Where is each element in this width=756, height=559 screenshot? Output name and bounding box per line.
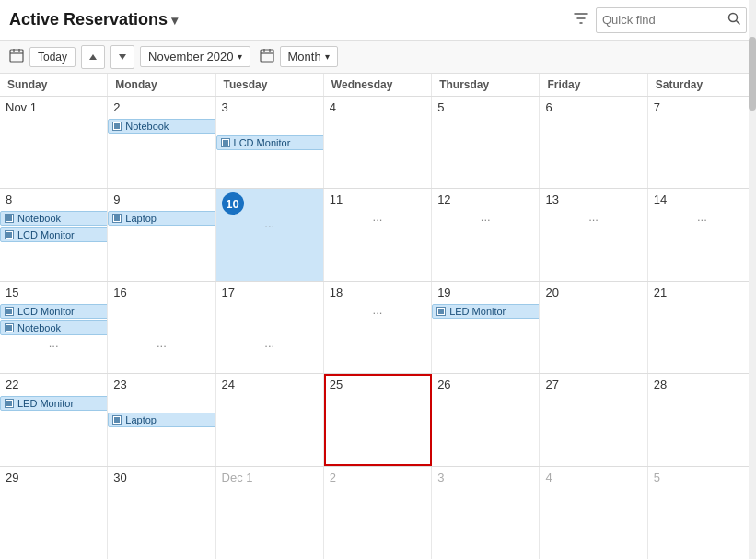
cell-nov8[interactable]: 8 Notebook LCD Monitor: [0, 189, 108, 280]
event-led-icon3: [436, 307, 446, 316]
view-chevron: ▾: [325, 52, 330, 62]
page-title: Active Reservations ▾: [9, 10, 178, 29]
col-saturday: Saturday: [648, 74, 756, 96]
more-dots-mon-w3[interactable]: ...: [113, 336, 209, 350]
calendar-icon: [9, 48, 24, 65]
week-4: 22 LED Monitor 23 Laptop 24: [0, 374, 756, 466]
more-dots-fri-w2[interactable]: ...: [545, 210, 641, 224]
cell-nov14[interactable]: 14 ...: [648, 189, 756, 280]
event-notebook-w1[interactable]: Notebook: [108, 119, 215, 134]
cell-dec4[interactable]: 4: [540, 467, 647, 559]
event-led-label3: LED Monitor: [449, 306, 506, 317]
event-lcdmonitor-w1[interactable]: LCD Monitor: [216, 135, 324, 150]
event-notebook-icon: [112, 122, 122, 131]
cell-nov5[interactable]: 5: [432, 97, 540, 188]
calendar: Sunday Monday Tuesday Wednesday Thursday…: [0, 74, 756, 559]
event-laptop-icon: [112, 214, 122, 223]
more-dots-wed-w3[interactable]: ...: [330, 303, 425, 317]
col-tuesday: Tuesday: [216, 74, 324, 96]
event-notebook-icon2: [5, 214, 14, 223]
title-chevron[interactable]: ▾: [171, 13, 178, 28]
cell-nov7[interactable]: 7: [648, 97, 756, 188]
event-lcd-label: LCD Monitor: [234, 137, 291, 148]
more-dots-wed-w2[interactable]: ...: [330, 210, 425, 224]
event-laptop-icon4: [112, 415, 122, 425]
week-1: Nov 1 2 Notebook 3 LCD Monitor 4 5: [0, 97, 756, 189]
week-3: 15 LCD Monitor Notebook ... 16 ...: [0, 282, 756, 374]
event-notebook-w3[interactable]: Notebook: [0, 320, 108, 335]
event-led-icon4: [5, 399, 14, 408]
col-sunday: Sunday: [0, 74, 108, 96]
calendar-body: Nov 1 2 Notebook 3 LCD Monitor 4 5: [0, 97, 756, 559]
scrollbar[interactable]: [749, 0, 756, 559]
cell-nov29[interactable]: 29: [0, 467, 108, 559]
cell-nov16[interactable]: 16 ...: [108, 282, 215, 373]
cell-dec3[interactable]: 3: [432, 467, 540, 559]
cell-nov10[interactable]: 10 ...: [216, 189, 324, 280]
header: Active Reservations ▾: [0, 0, 756, 41]
cell-nov3[interactable]: 3 LCD Monitor: [216, 97, 324, 188]
cell-dec2[interactable]: 2: [324, 467, 432, 559]
quick-find-input[interactable]: [602, 13, 722, 27]
quick-find-box[interactable]: [596, 7, 747, 33]
view-selector[interactable]: Month ▾: [280, 46, 338, 67]
cell-nov25[interactable]: 25: [324, 374, 432, 465]
cell-nov1[interactable]: Nov 1: [0, 97, 108, 188]
today-button[interactable]: Today: [29, 47, 76, 67]
event-notebook-label3: Notebook: [17, 322, 61, 333]
cell-nov22[interactable]: 22 LED Monitor: [0, 374, 108, 465]
event-lcd-icon: [221, 138, 230, 147]
month-selector[interactable]: November 2020 ▾: [140, 46, 250, 67]
cell-nov9[interactable]: 9 Laptop: [108, 189, 215, 280]
title-text: Active Reservations: [9, 10, 168, 29]
col-monday: Monday: [108, 74, 215, 96]
cell-nov17[interactable]: 17 ...: [216, 282, 324, 373]
nav-down-button[interactable]: [110, 45, 134, 69]
event-lcd-label3: LCD Monitor: [17, 306, 75, 317]
col-wednesday: Wednesday: [324, 74, 432, 96]
cell-dec1[interactable]: Dec 1: [216, 467, 324, 559]
cell-nov11[interactable]: 11 ...: [324, 189, 432, 280]
cell-nov15[interactable]: 15 LCD Monitor Notebook ...: [0, 282, 108, 373]
cell-nov27[interactable]: 27: [540, 374, 647, 465]
event-lcd-label2: LCD Monitor: [17, 229, 75, 240]
cell-nov19[interactable]: 19 LED Monitor: [432, 282, 540, 373]
cell-dec5[interactable]: 5: [648, 467, 756, 559]
more-dots-tue-w3[interactable]: ...: [222, 336, 318, 350]
more-dots-sun-w3[interactable]: ...: [6, 336, 101, 350]
month-label-text: November 2020: [148, 50, 234, 64]
cell-nov12[interactable]: 12 ...: [432, 189, 540, 280]
week-5: 29 30 Dec 1 2 3 4 5: [0, 467, 756, 559]
col-friday: Friday: [540, 74, 647, 96]
cell-nov2[interactable]: 2 Notebook: [108, 97, 215, 188]
cell-nov28[interactable]: 28: [648, 374, 756, 465]
nav-up-button[interactable]: [81, 45, 105, 69]
event-led-w3[interactable]: LED Monitor: [432, 304, 540, 319]
cell-nov26[interactable]: 26: [432, 374, 540, 465]
event-lcd-w2[interactable]: LCD Monitor: [0, 227, 108, 242]
cell-nov20[interactable]: 20: [540, 282, 647, 373]
event-laptop-w4[interactable]: Laptop: [108, 413, 215, 427]
event-led-w4[interactable]: LED Monitor: [0, 396, 108, 411]
cell-nov23[interactable]: 23 Laptop: [108, 374, 215, 465]
more-dots-sat-w2[interactable]: ...: [654, 210, 750, 224]
event-laptop-w2[interactable]: Laptop: [108, 211, 215, 226]
event-notebook-icon3: [5, 323, 14, 332]
event-lcd-w3[interactable]: LCD Monitor: [0, 304, 108, 319]
svg-line-1: [737, 21, 740, 25]
cell-nov18[interactable]: 18 ...: [324, 282, 432, 373]
cell-nov30[interactable]: 30: [108, 467, 215, 559]
cell-nov24[interactable]: 24: [216, 374, 324, 465]
cell-nov6[interactable]: 6: [540, 97, 647, 188]
cell-nov21[interactable]: 21: [648, 282, 756, 373]
toolbar: Today November 2020 ▾ Month ▾: [0, 41, 756, 74]
cell-nov4[interactable]: 4: [324, 97, 432, 188]
more-dots-tue-w2[interactable]: ...: [222, 216, 318, 230]
more-dots-thu-w2[interactable]: ...: [437, 210, 533, 224]
scrollbar-thumb[interactable]: [749, 37, 756, 111]
event-led-label4: LED Monitor: [17, 398, 74, 409]
view-label-text: Month: [288, 50, 321, 64]
event-notebook-w2a[interactable]: Notebook: [0, 211, 108, 226]
filter-icon[interactable]: [574, 11, 588, 29]
cell-nov13[interactable]: 13 ...: [540, 189, 647, 280]
